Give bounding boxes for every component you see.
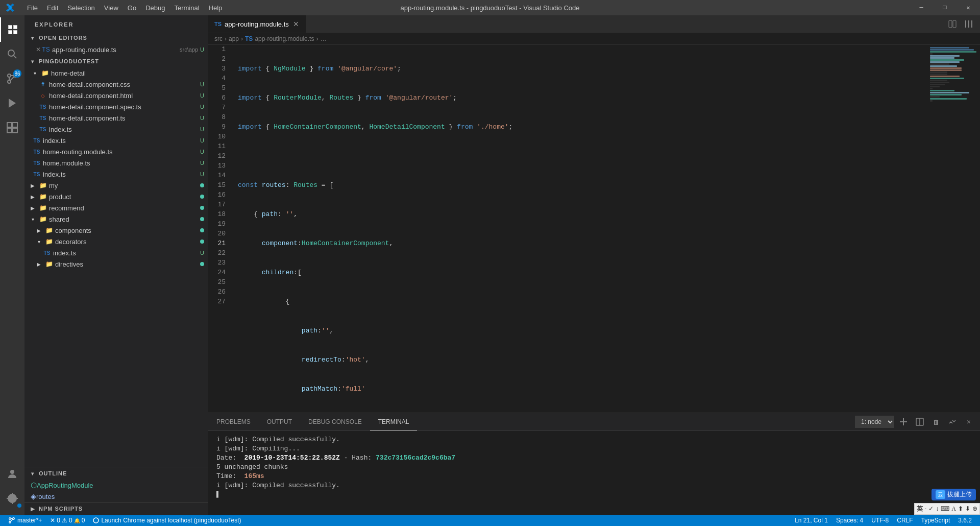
errors-status[interactable]: ✕ 0 ⚠ 0 🔔 0	[46, 515, 89, 526]
maximize-panel-button[interactable]	[945, 415, 960, 429]
terminal-time: 165ms	[244, 472, 264, 480]
ime-down[interactable]: ⬇	[965, 505, 970, 513]
outline-header[interactable]: ▾ OUTLINE	[24, 467, 208, 480]
shared-folder[interactable]: ▾ 📁 shared	[24, 213, 208, 225]
tree-item-home-module[interactable]: TS home.module.ts U	[24, 157, 208, 169]
tree-item-spec[interactable]: TS home-detail.component.spec.ts U	[24, 101, 208, 112]
encoding-status[interactable]: UTF-8	[867, 515, 893, 526]
terminal-node-select[interactable]: 1: node	[855, 416, 894, 428]
breadcrumb-file[interactable]: app-routing.module.ts	[255, 35, 314, 42]
line-20: 20	[208, 229, 226, 238]
line-9: 9	[208, 122, 226, 132]
menu-terminal[interactable]: Terminal	[170, 0, 203, 15]
decorators-folder[interactable]: ▾ 📁 decorators	[24, 236, 208, 247]
settings-activity-icon[interactable]	[0, 486, 24, 511]
tree-item-html[interactable]: ◇ home-detail.component.html U	[24, 90, 208, 101]
ime-plus[interactable]: ⊕	[972, 505, 977, 513]
new-terminal-button[interactable]	[896, 415, 911, 429]
minimize-button[interactable]: ─	[910, 0, 933, 15]
menu-bar[interactable]: File Edit Selection View Go Debug Termin…	[23, 0, 226, 15]
shared-status-dot	[200, 217, 204, 221]
accounts-activity-icon[interactable]	[0, 462, 24, 486]
menu-help[interactable]: Help	[205, 0, 227, 15]
ime-keyboard[interactable]: ⌨	[941, 505, 949, 513]
split-terminal-button[interactable]	[913, 415, 927, 429]
code-editor[interactable]: 1 2 3 4 5 6 7 8 9 10 11 12 13 14 15 16 1…	[208, 44, 980, 413]
minimap[interactable]	[929, 44, 980, 413]
ime-toolbar[interactable]: 英 · ✓ ↓ ⌨ A ⬆ ⬇ ⊕	[914, 503, 980, 515]
directives-folder[interactable]: ▶ 📁 directives	[24, 258, 208, 270]
run-activity-icon[interactable]	[0, 91, 24, 115]
explorer-activity-icon[interactable]	[0, 17, 24, 42]
outline-app-routing-module[interactable]: ⬡ AppRoutingModule	[24, 480, 208, 491]
terminal-content[interactable]: i [wdm]: Compiled successfully. i [wdm]:…	[208, 431, 980, 515]
tree-item-index-ts3[interactable]: TS index.ts U	[24, 169, 208, 180]
source-control-activity-icon[interactable]: 86	[0, 66, 24, 91]
terminal-tab[interactable]: TERMINAL	[370, 413, 418, 431]
split-editor-button[interactable]	[945, 17, 960, 31]
ime-up[interactable]: ⬆	[958, 505, 963, 513]
ime-lang[interactable]: 英	[917, 505, 923, 513]
extensions-activity-icon[interactable]	[0, 115, 24, 140]
breadcrumb-src[interactable]: src	[214, 35, 223, 42]
tree-item-css[interactable]: # home-detail.component.css U	[24, 79, 208, 90]
my-folder[interactable]: ▶ 📁 my	[24, 180, 208, 191]
recommend-folder[interactable]: ▶ 📁 recommend	[24, 202, 208, 213]
ime-check[interactable]: ✓	[928, 505, 934, 513]
breadcrumb-app[interactable]: app	[229, 35, 239, 42]
menu-edit[interactable]: Edit	[43, 0, 62, 15]
language-status[interactable]: TypeScript	[917, 515, 954, 526]
outline-routes[interactable]: ◈ routes	[24, 491, 208, 502]
close-panel-button[interactable]: ✕	[962, 415, 976, 429]
debug-console-tab[interactable]: DEBUG CONSOLE	[300, 413, 370, 431]
tree-item-index-ts2[interactable]: TS index.ts U	[24, 135, 208, 146]
active-tab[interactable]: TS app-routing.module.ts ✕	[208, 15, 306, 33]
search-activity-icon[interactable]	[0, 42, 24, 66]
eol-status[interactable]: CRLF	[893, 515, 917, 526]
ime-arrow[interactable]: ↓	[936, 505, 939, 513]
components-folder[interactable]: ▶ 📁 components	[24, 225, 208, 236]
product-folder[interactable]: ▶ 📁 product	[24, 191, 208, 202]
svg-rect-3	[14, 31, 17, 34]
svg-line-11	[11, 77, 14, 81]
more-actions-button[interactable]	[962, 17, 976, 31]
tree-item-component-ts[interactable]: TS home-detail.component.ts U	[24, 112, 208, 124]
open-editor-item[interactable]: ✕ TS app-routing.module.ts src\app U	[24, 44, 208, 55]
close-button[interactable]: ✕	[957, 0, 980, 15]
code-content[interactable]: import { NgModule } from '@angular/core'…	[234, 44, 929, 413]
project-root-section[interactable]: ▾ PINGDUODUOTEST	[24, 55, 208, 67]
line-col-status[interactable]: Ln 21, Col 1	[791, 515, 832, 526]
home-detail-folder[interactable]: ▾ 📁 home-detail	[24, 67, 208, 79]
ime-a[interactable]: A	[951, 505, 956, 513]
maximize-button[interactable]: □	[933, 0, 957, 15]
version-status[interactable]: 3.6.2	[954, 515, 976, 526]
problems-tab[interactable]: PROBLEMS	[208, 413, 259, 431]
css-label: home-detail.component.css	[49, 81, 200, 88]
components-folder-icon: 📁	[45, 226, 53, 234]
spaces-status[interactable]: Spaces: 4	[832, 515, 867, 526]
terminal-line-4: Date: 2019-10-23T14:52:22.852Z - Hash: 7…	[216, 453, 972, 463]
shared-folder-label: shared	[49, 216, 200, 223]
index-ts1-status: U	[200, 126, 204, 132]
index-ts3-label: index.ts	[43, 171, 200, 178]
window-controls[interactable]: ─ □ ✕	[910, 0, 980, 15]
trash-terminal-button[interactable]	[929, 415, 943, 429]
menu-go[interactable]: Go	[124, 0, 140, 15]
open-editors-section[interactable]: ▾ OPEN EDITORS	[24, 32, 208, 44]
git-branch-status[interactable]: master*+	[4, 515, 46, 526]
output-tab[interactable]: OUTPUT	[259, 413, 300, 431]
home-module-label: home.module.ts	[43, 159, 200, 167]
launch-status[interactable]: Launch Chrome against localhost (pingduo…	[89, 515, 245, 526]
npm-header[interactable]: ▶ NPM SCRIPTS	[24, 503, 208, 515]
warning-count: 0	[69, 517, 72, 524]
menu-selection[interactable]: Selection	[63, 0, 99, 15]
menu-debug[interactable]: Debug	[141, 0, 169, 15]
sogou-upload-button[interactable]: 云 拔腿上传	[932, 489, 976, 500]
menu-file[interactable]: File	[23, 0, 42, 15]
menu-view[interactable]: View	[100, 0, 122, 15]
close-editor-icon[interactable]: ✕	[35, 46, 42, 53]
decorators-index-ts[interactable]: TS index.ts U	[24, 247, 208, 258]
tree-item-index-ts1[interactable]: TS index.ts U	[24, 124, 208, 135]
tab-close-button[interactable]: ✕	[292, 20, 300, 28]
tree-item-routing[interactable]: TS home-routing.module.ts U	[24, 146, 208, 157]
